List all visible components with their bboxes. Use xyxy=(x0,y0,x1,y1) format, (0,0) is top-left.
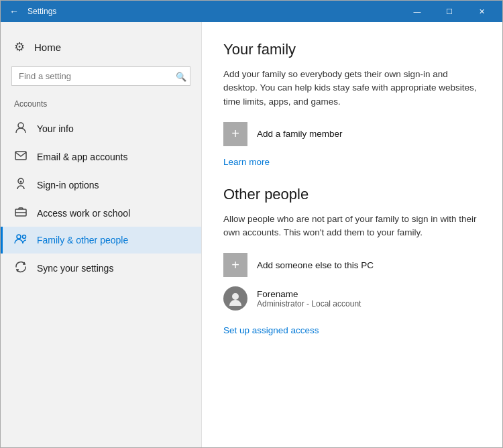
person-row: Forename Administrator - Local account xyxy=(223,286,481,311)
sign-in-icon xyxy=(14,178,27,192)
add-family-member-button[interactable]: + xyxy=(223,122,247,146)
back-button[interactable]: ← xyxy=(6,3,22,19)
person-role: Administrator - Local account xyxy=(257,299,361,309)
title-bar: ← Settings — ☐ ✕ xyxy=(1,1,502,22)
sidebar-item-family[interactable]: Family & other people xyxy=(1,227,201,254)
sync-icon xyxy=(14,261,27,276)
app-body: ⚙ Home 🔍 Accounts Your info xyxy=(1,22,502,448)
person-info: Forename Administrator - Local account xyxy=(257,289,361,309)
add-someone-button[interactable]: + xyxy=(223,253,247,277)
family-label: Family & other people xyxy=(37,235,128,245)
home-label: Home xyxy=(34,42,61,53)
learn-more-link[interactable]: Learn more xyxy=(223,157,270,167)
sidebar-item-sign-in[interactable]: Sign-in options xyxy=(1,170,201,200)
your-family-title: Your family xyxy=(223,41,481,58)
sidebar: ⚙ Home 🔍 Accounts Your info xyxy=(1,22,202,448)
search-box: 🔍 xyxy=(11,66,190,86)
other-people-title: Other people xyxy=(223,186,481,203)
close-button[interactable]: ✕ xyxy=(466,1,497,22)
content-area: Your family Add your family so everybody… xyxy=(202,22,502,448)
your-info-label: Your info xyxy=(37,123,74,134)
work-school-label: Access work or school xyxy=(37,208,130,219)
svg-point-0 xyxy=(18,123,23,128)
other-people-description: Allow people who are not part of your fa… xyxy=(223,213,478,240)
sidebar-item-work-school[interactable]: Access work or school xyxy=(1,200,201,227)
email-icon xyxy=(14,151,27,163)
email-accounts-label: Email & app accounts xyxy=(37,152,127,162)
accounts-section-label: Accounts xyxy=(1,97,201,114)
sidebar-item-email-accounts[interactable]: Email & app accounts xyxy=(1,144,201,170)
sidebar-home-item[interactable]: ⚙ Home xyxy=(1,33,201,61)
window-title: Settings xyxy=(27,7,56,16)
sync-label: Sync your settings xyxy=(37,263,113,274)
sidebar-item-sync[interactable]: Sync your settings xyxy=(1,254,201,283)
add-someone-row: + Add someone else to this PC xyxy=(223,253,481,277)
svg-rect-1 xyxy=(15,152,26,160)
your-family-description: Add your family so everybody gets their … xyxy=(223,68,478,109)
sign-in-label: Sign-in options xyxy=(37,180,99,190)
svg-point-6 xyxy=(23,235,26,239)
home-icon: ⚙ xyxy=(14,40,25,54)
search-button[interactable]: 🔍 xyxy=(176,71,186,81)
person-name: Forename xyxy=(257,289,361,299)
person-avatar xyxy=(223,286,247,311)
maximize-button[interactable]: ☐ xyxy=(434,1,465,22)
family-icon xyxy=(14,234,27,246)
search-input[interactable] xyxy=(11,66,190,86)
add-someone-label: Add someone else to this PC xyxy=(257,260,374,270)
add-family-member-label: Add a family member xyxy=(257,129,343,139)
window-controls: — ☐ ✕ xyxy=(402,1,497,22)
your-info-icon xyxy=(14,121,27,136)
title-bar-left: ← Settings xyxy=(6,3,56,19)
svg-point-7 xyxy=(232,293,239,300)
setup-assigned-access-link[interactable]: Set up assigned access xyxy=(223,325,319,335)
svg-point-2 xyxy=(20,181,22,183)
svg-point-5 xyxy=(17,235,21,239)
add-family-row: + Add a family member xyxy=(223,122,481,146)
minimize-button[interactable]: — xyxy=(402,1,433,22)
work-school-icon xyxy=(14,207,27,219)
sidebar-item-your-info[interactable]: Your info xyxy=(1,114,201,144)
